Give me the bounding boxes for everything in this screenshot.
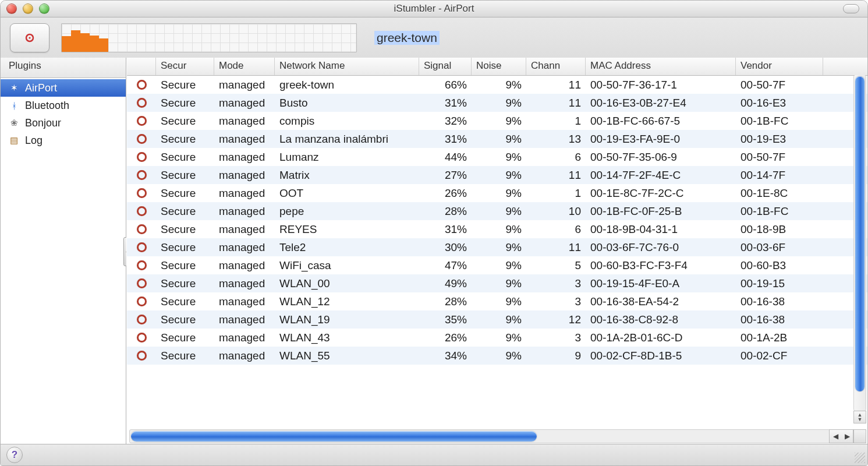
cell-mac: 00-1B-FC-0F-25-B <box>586 205 736 218</box>
cell-name: WLAN_12 <box>275 295 419 308</box>
column-header-signal[interactable]: Signal <box>419 58 472 75</box>
table-row[interactable]: SecuremanagedREYES31%9%600-18-9B-04-31-1… <box>127 220 867 238</box>
cell-signal: 32% <box>419 115 472 128</box>
cell-mode: managed <box>214 187 275 200</box>
horizontal-scrollbar[interactable] <box>129 429 830 443</box>
vertical-scrollbar[interactable] <box>853 75 866 411</box>
table-row[interactable]: SecuremanagedWLAN_4326%9%300-1A-2B-01-6C… <box>127 329 867 347</box>
cell-name: WLAN_00 <box>275 277 419 290</box>
cell-secure: Secure <box>156 115 214 128</box>
table-row[interactable]: SecuremanagedBusto31%9%1100-16-E3-0B-27-… <box>127 94 867 112</box>
cell-secure: Secure <box>156 331 214 344</box>
minimize-window-button[interactable] <box>23 3 33 14</box>
sidebar-item-log[interactable]: ▤Log <box>1 132 126 149</box>
bonjour-icon: ❀ <box>9 118 19 128</box>
cell-name: REYES <box>275 223 419 236</box>
cell-mac: 00-14-7F-2F-4E-C <box>586 169 736 182</box>
cell-vendor: 00-03-6F <box>736 241 823 254</box>
resize-handle[interactable] <box>855 453 865 463</box>
cell-noise: 9% <box>472 79 526 91</box>
cell-name: Lumanz <box>275 151 419 164</box>
table-row[interactable]: Securemanagedgreek-town66%9%1100-50-7F-3… <box>127 76 867 94</box>
sidebar-item-airport[interactable]: ✶AirPort <box>1 79 126 97</box>
close-window-button[interactable] <box>6 3 17 14</box>
network-status-icon <box>127 315 156 324</box>
cell-noise: 9% <box>472 295 526 308</box>
network-status-icon <box>127 80 156 90</box>
scroll-corner <box>853 429 866 443</box>
column-header-mode[interactable]: Mode <box>214 58 275 75</box>
cell-name: compis <box>275 115 419 128</box>
wifi-icon: ✶ <box>9 83 19 93</box>
cell-signal: 30% <box>419 241 472 254</box>
cell-signal: 26% <box>419 187 472 200</box>
cell-noise: 9% <box>472 133 526 146</box>
horizontal-scroll-steppers[interactable]: ◀▶ <box>829 429 853 443</box>
cell-mac: 00-19-E3-FA-9E-0 <box>586 133 736 146</box>
table-row[interactable]: SecuremanagedLa manzana inalámbri31%9%13… <box>127 130 867 148</box>
table-row[interactable]: SecuremanagedLumanz44%9%600-50-7F-35-06-… <box>127 148 867 166</box>
column-header-chann[interactable]: Chann <box>526 58 586 75</box>
column-header-secure[interactable]: Secur <box>156 58 214 75</box>
cell-secure: Secure <box>156 350 214 362</box>
table-row[interactable]: Securemanagedcompis32%9%100-1B-FC-66-67-… <box>127 112 867 130</box>
sidebar-item-bluetooth[interactable]: ᚼBluetooth <box>1 97 126 114</box>
table-row[interactable]: SecuremanagedWiFi_casa47%9%500-60-B3-FC-… <box>127 256 867 274</box>
window-title: iStumbler - AirPort <box>1 3 867 15</box>
cell-mode: managed <box>214 133 275 146</box>
table-row[interactable]: Securemanagedpepe28%9%1000-1B-FC-0F-25-B… <box>127 202 867 220</box>
vertical-scroll-steppers[interactable]: ▲▼ <box>853 411 866 423</box>
selected-network-name[interactable]: greek-town <box>374 31 440 45</box>
cell-mac: 00-18-9B-04-31-1 <box>586 223 736 236</box>
table-row[interactable]: SecuremanagedTele230%9%1100-03-6F-7C-76-… <box>127 238 867 256</box>
help-button[interactable]: ? <box>6 447 23 463</box>
table-row[interactable]: SecuremanagedWLAN_0049%9%300-19-15-4F-E0… <box>127 274 867 292</box>
cell-mode: managed <box>214 241 275 254</box>
table-row[interactable]: SecuremanagedOOT26%9%100-1E-8C-7F-2C-C00… <box>127 184 867 202</box>
cell-name: Busto <box>275 97 419 110</box>
cell-signal: 27% <box>419 169 472 182</box>
table-row[interactable]: SecuremanagedWLAN_5534%9%900-02-CF-8D-1B… <box>127 347 867 365</box>
cell-secure: Secure <box>156 187 214 200</box>
vertical-scroll-thumb[interactable] <box>855 76 865 391</box>
titlebar[interactable]: iStumbler - AirPort <box>1 1 867 17</box>
sidebar: Plugins ✶AirPortᚼBluetooth❀Bonjour▤Log <box>1 58 126 444</box>
app-window: iStumbler - AirPort greek-town Plugins ✶… <box>0 0 868 466</box>
cell-vendor: 00-02-CF <box>736 350 823 362</box>
table-header-row: Secur Mode Network Name Signal Noise Cha… <box>127 58 867 76</box>
cell-mac: 00-60-B3-FC-F3-F4 <box>586 259 736 272</box>
column-header-mac[interactable]: MAC Address <box>586 58 736 75</box>
graph-bar <box>62 36 71 52</box>
column-header-noise[interactable]: Noise <box>472 58 526 75</box>
cell-signal: 31% <box>419 133 472 146</box>
cell-mode: managed <box>214 115 275 128</box>
table-row[interactable]: SecuremanagedWLAN_1935%9%1200-16-38-C8-9… <box>127 310 867 329</box>
column-header-name[interactable]: Network Name <box>275 58 419 75</box>
scan-button[interactable] <box>10 23 49 52</box>
cell-channel: 11 <box>526 97 586 110</box>
cell-signal: 49% <box>419 277 472 290</box>
zoom-window-button[interactable] <box>39 3 49 14</box>
cell-vendor: 00-18-9B <box>736 223 823 236</box>
cell-mode: managed <box>214 205 275 218</box>
cell-signal: 26% <box>419 331 472 344</box>
table-row[interactable]: SecuremanagedWLAN_1228%9%300-16-38-EA-54… <box>127 292 867 310</box>
cell-secure: Secure <box>156 223 214 236</box>
cell-channel: 11 <box>526 241 586 254</box>
cell-secure: Secure <box>156 205 214 218</box>
cell-channel: 11 <box>526 79 586 91</box>
cell-mac: 00-03-6F-7C-76-0 <box>586 241 736 254</box>
cell-noise: 9% <box>472 241 526 254</box>
cell-secure: Secure <box>156 313 214 326</box>
table-row[interactable]: SecuremanagedMatrix27%9%1100-14-7F-2F-4E… <box>127 166 867 184</box>
horizontal-scroll-thumb[interactable] <box>131 431 537 442</box>
column-header-vendor[interactable]: Vendor <box>736 58 823 75</box>
cell-channel: 10 <box>526 205 586 218</box>
sidebar-item-bonjour[interactable]: ❀Bonjour <box>1 114 126 132</box>
cell-channel: 1 <box>526 187 586 200</box>
toolbar-toggle-button[interactable] <box>843 4 859 13</box>
cell-name: greek-town <box>275 79 419 91</box>
svg-point-1 <box>29 37 30 38</box>
column-header-icon[interactable] <box>127 58 156 75</box>
cell-mode: managed <box>214 331 275 344</box>
